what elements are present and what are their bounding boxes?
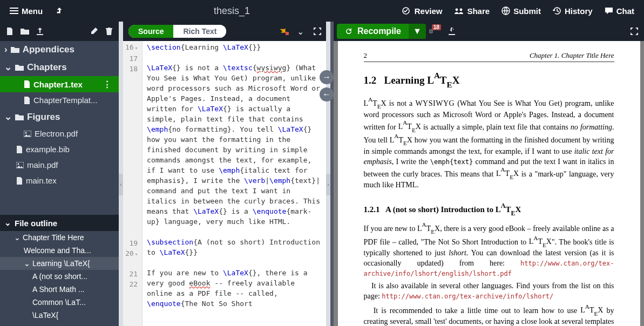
left-gutter[interactable]: ‹ xyxy=(119,22,123,326)
outline-label: Learning \LaTeX{ xyxy=(32,259,90,268)
file-main-tex[interactable]: main.tex xyxy=(0,173,119,188)
svg-point-4 xyxy=(456,9,458,11)
folder-icon xyxy=(11,46,19,53)
svg-point-10 xyxy=(18,163,19,165)
outline-chapter-title[interactable]: ⌄Chapter Title Here xyxy=(0,231,119,244)
folder-label: Chapters xyxy=(27,62,67,73)
outline-label: Welcome and Tha... xyxy=(24,246,91,255)
folder-icon xyxy=(15,64,24,71)
collapse-left-icon[interactable]: ‹ xyxy=(119,174,123,195)
editor-mode-toggle: Source Rich Text xyxy=(128,25,226,38)
running-header: Chapter 1. Chapter Title Here xyxy=(530,51,614,60)
folder-chapters[interactable]: ⌄ Chapters xyxy=(0,58,119,76)
file-main-pdf[interactable]: main.pdf xyxy=(0,157,119,173)
line-number: 22 xyxy=(125,279,138,289)
pdf-page[interactable]: 2 Chapter 1. Chapter Title Here 1.2 Lear… xyxy=(338,41,640,326)
file-label: example.bib xyxy=(26,145,70,154)
line-gutter: 16▾ 17 18 19 20▾ 21 22 xyxy=(123,41,143,326)
review-icon xyxy=(401,6,411,15)
file-electron[interactable]: Electron.pdf xyxy=(0,126,119,141)
outline-learning[interactable]: ⌄Learning \LaTeX{ xyxy=(0,257,119,270)
recompile-label: Recompile xyxy=(357,26,401,36)
outline-common[interactable]: Common \LaT... xyxy=(0,296,119,309)
editor-menu-icon[interactable]: ⌄ xyxy=(294,25,307,38)
file-label: Electron.pdf xyxy=(35,129,78,138)
delete-button[interactable] xyxy=(103,25,116,38)
file-chapter1[interactable]: Chapter1.tex ⋮ xyxy=(0,76,119,92)
recompile-button[interactable]: Recompile ▼ xyxy=(337,24,426,39)
folder-figures[interactable]: ⌄ Figures xyxy=(0,108,119,126)
recompile-dropdown[interactable]: ▼ xyxy=(409,24,426,39)
new-file-button[interactable] xyxy=(3,25,16,38)
line-number: 16 xyxy=(125,43,134,51)
fullscreen-viewer-button[interactable] xyxy=(628,25,641,38)
outline-label: A Short Math ... xyxy=(32,285,85,294)
line-number: 20 xyxy=(125,249,134,257)
download-pdf-button[interactable] xyxy=(445,25,458,38)
line-number: 19 xyxy=(125,238,138,248)
line-number: 18 xyxy=(125,64,138,238)
globe-icon xyxy=(501,6,510,15)
svg-rect-1 xyxy=(10,10,18,11)
sync-right-button[interactable]: → xyxy=(320,70,334,84)
image-icon xyxy=(16,162,24,168)
project-title: thesis_1 xyxy=(69,5,395,17)
folder-label: Figures xyxy=(27,112,60,123)
page-number: 2 xyxy=(364,51,368,60)
chevron-down-icon: ⌄ xyxy=(14,233,21,242)
refresh-icon xyxy=(344,27,353,36)
up-button[interactable] xyxy=(50,4,69,18)
rename-button[interactable] xyxy=(87,25,100,38)
subsection-heading: 1.2.1 A (not so short) Introduction to L… xyxy=(364,202,614,216)
hamburger-icon xyxy=(10,6,18,15)
outline-latex[interactable]: \LaTeX{ xyxy=(0,309,119,322)
warning-icon[interactable] xyxy=(276,25,289,38)
error-count-badge: 18 xyxy=(432,24,441,30)
file-outline-header[interactable]: ⌄ File outline xyxy=(0,215,119,231)
submit-label: Submit xyxy=(513,6,541,16)
history-button[interactable]: History xyxy=(547,3,598,19)
pdf-link: http://www.ctan.org/tex-archive/info/lsh… xyxy=(382,293,553,300)
file-chapter-template[interactable]: ChapterTemplat... xyxy=(0,92,119,108)
folder-label: Appendices xyxy=(23,44,74,55)
sync-left-button[interactable]: ← xyxy=(320,87,334,101)
body-paragraph: If you are new to LATEX, there is a very… xyxy=(364,222,614,279)
outline-not-short[interactable]: A (not so short... xyxy=(0,270,119,283)
share-button[interactable]: Share xyxy=(449,3,495,19)
svg-rect-0 xyxy=(10,8,18,9)
outline-short-math[interactable]: A Short Math ... xyxy=(0,283,119,296)
chat-button[interactable]: Chat xyxy=(599,3,640,19)
source-mode-button[interactable]: Source xyxy=(128,25,173,38)
menu-label: Menu xyxy=(22,6,43,16)
image-icon xyxy=(24,131,31,137)
upload-button[interactable] xyxy=(33,25,46,38)
file-label: Chapter1.tex xyxy=(33,80,83,89)
code-area[interactable]: \section{Learning \LaTeX{}} \LaTeX{} is … xyxy=(143,41,326,326)
svg-rect-2 xyxy=(10,13,18,14)
new-folder-button[interactable] xyxy=(18,25,31,38)
rich-text-mode-button[interactable]: Rich Text xyxy=(173,25,226,38)
logs-button[interactable]: 18 xyxy=(429,25,442,38)
folder-appendices[interactable]: › Appendices xyxy=(0,41,119,58)
history-icon xyxy=(553,6,561,15)
chat-icon xyxy=(605,7,613,15)
file-icon xyxy=(16,177,23,185)
menu-button[interactable]: Menu xyxy=(4,3,48,19)
file-label: main.tex xyxy=(26,176,57,185)
outline-label: A (not so short... xyxy=(32,272,87,281)
svg-point-8 xyxy=(25,132,27,133)
review-button[interactable]: Review xyxy=(395,3,448,19)
file-icon xyxy=(16,146,23,153)
mid-gutter[interactable]: › xyxy=(326,22,330,326)
outline-heading-label: File outline xyxy=(15,219,57,228)
history-label: History xyxy=(565,6,593,16)
file-menu-icon[interactable]: ⋮ xyxy=(103,79,114,89)
outline-welcome[interactable]: Welcome and Tha... xyxy=(0,244,119,257)
chevron-down-icon: ⌄ xyxy=(24,259,30,268)
collapse-mid-icon[interactable]: › xyxy=(326,174,330,195)
body-paragraph: It is recommended to take a little time … xyxy=(364,304,614,326)
submit-button[interactable]: Submit xyxy=(496,3,546,19)
body-paragraph: It is also available in several other la… xyxy=(364,281,614,302)
fullscreen-editor-button[interactable] xyxy=(311,25,324,38)
file-example-bib[interactable]: example.bib xyxy=(0,141,119,157)
